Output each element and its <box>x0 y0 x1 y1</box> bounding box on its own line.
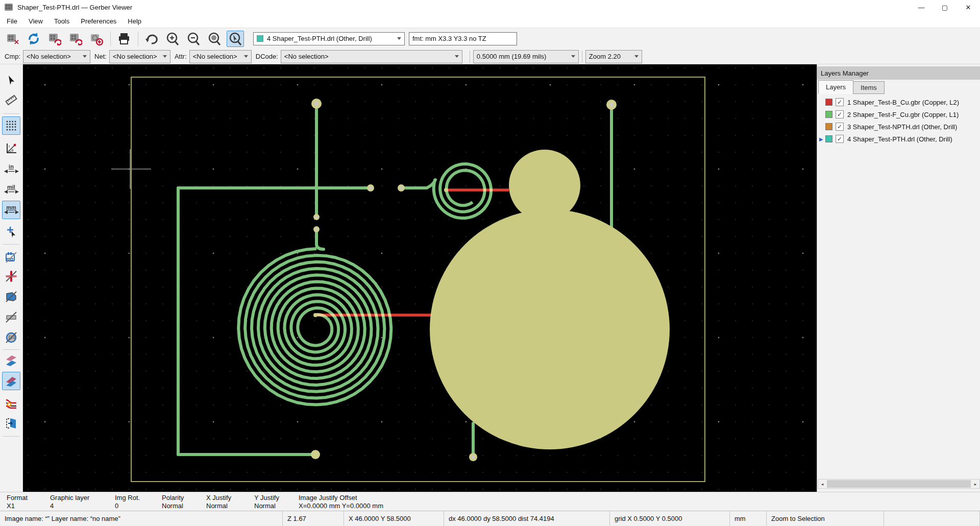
menu-preferences[interactable]: Preferences <box>75 14 122 28</box>
gerber-canvas[interactable] <box>23 64 817 492</box>
layer-color-swatch[interactable] <box>825 111 832 118</box>
grid-dot <box>769 270 770 271</box>
layer-row[interactable]: ▶✓4 Shaper_Test-PTH.drl (Other, Drill) <box>817 133 980 145</box>
layer-color-swatch[interactable] <box>825 123 832 130</box>
layers-raw-mode-button[interactable] <box>2 351 20 370</box>
grid-dot <box>701 185 702 186</box>
grid-dot <box>78 169 79 170</box>
grid-dot <box>735 219 736 220</box>
grid-dot <box>668 236 669 237</box>
units-mils-button[interactable]: mil◄—► <box>2 180 20 199</box>
zoom-to-selection-button[interactable] <box>227 31 244 47</box>
open-zip-archive-button[interactable] <box>88 31 105 47</box>
grid-dot <box>364 455 365 456</box>
grid-dot <box>550 67 551 68</box>
grid-dot <box>802 118 803 119</box>
scrollbar-thumb[interactable] <box>827 480 971 488</box>
layers-horizontal-scrollbar[interactable]: ◂ ▸ <box>818 479 980 489</box>
grid-dot <box>432 219 433 220</box>
grid-dot <box>752 320 753 321</box>
zoom-level-combo[interactable]: Zoom 2.20 <box>585 50 642 63</box>
grid-dot <box>583 455 584 456</box>
layer-row[interactable]: ✓3 Shaper_Test-NPTH.drl (Other, Drill) <box>817 121 980 133</box>
grid-dot <box>314 253 315 254</box>
toggle-layers-manager-button[interactable] <box>2 414 20 433</box>
net-filter-combo[interactable]: <No selection> <box>109 50 170 63</box>
layer-visibility-checkbox[interactable]: ✓ <box>836 123 844 131</box>
grid-dot <box>449 455 450 456</box>
grid-dot <box>752 404 753 405</box>
scroll-left-icon[interactable]: ◂ <box>818 480 826 488</box>
zoom-in-button[interactable] <box>164 31 181 47</box>
layers-stacked-mode-button[interactable] <box>2 372 20 390</box>
grid-dot <box>179 135 180 136</box>
menu-view[interactable]: View <box>23 14 48 28</box>
cursor-shape-button[interactable] <box>2 223 20 241</box>
grid-dot <box>533 489 534 490</box>
grid-dot <box>78 118 79 119</box>
tab-items[interactable]: Items <box>853 81 885 94</box>
menu-file[interactable]: File <box>1 14 23 28</box>
grid-dot <box>718 489 719 490</box>
sketch-lines-button[interactable] <box>2 308 20 326</box>
layer-visibility-checkbox[interactable]: ✓ <box>836 110 844 118</box>
grid-dot <box>802 320 803 321</box>
grid-dot <box>331 286 332 288</box>
scroll-right-icon[interactable]: ▸ <box>971 480 979 488</box>
grid-dot <box>280 489 281 490</box>
layer-visibility-checkbox[interactable]: ✓ <box>836 135 844 143</box>
grid-dot <box>617 219 618 220</box>
units-inches-button[interactable]: in◄—► <box>2 160 20 178</box>
menu-help[interactable]: Help <box>122 14 147 28</box>
toggle-grid-button[interactable] <box>2 116 20 135</box>
show-dcodes-button[interactable]: D4 <box>2 328 20 347</box>
select-tool-button[interactable] <box>2 71 20 90</box>
cmp-filter-combo[interactable]: <No selection> <box>23 50 90 63</box>
layer-visibility-checkbox[interactable]: ✓ <box>836 98 844 106</box>
grid-dot <box>280 270 281 271</box>
attr-filter-combo[interactable]: <No selection> <box>189 50 252 63</box>
grid-dot <box>617 135 618 136</box>
layer-color-swatch[interactable] <box>825 99 832 106</box>
redraw-view-button[interactable] <box>143 31 160 47</box>
maximize-button[interactable]: ▢ <box>933 0 957 14</box>
grid-dot <box>263 489 264 490</box>
format-info-field[interactable] <box>409 32 517 45</box>
sketch-polygons-button[interactable] <box>2 288 20 306</box>
minimize-button[interactable]: — <box>910 0 933 14</box>
tab-layers[interactable]: Layers <box>818 80 853 94</box>
sketch-footprints-button[interactable] <box>2 248 20 267</box>
zoom-out-button[interactable] <box>185 31 202 47</box>
sketch-flashed-items-button[interactable] <box>2 267 20 285</box>
grid-dot <box>567 152 568 153</box>
grid-dot <box>499 84 500 85</box>
grid-size-combo[interactable]: 0.5000 mm (19.69 mils) <box>473 50 579 63</box>
grid-dot <box>802 354 803 355</box>
grid-dot <box>162 455 163 456</box>
dcode-filter-combo[interactable]: <No selection> <box>281 50 462 63</box>
layer-color-swatch[interactable] <box>825 135 832 142</box>
clear-all-layers-button[interactable]: ✕ <box>4 31 21 47</box>
units-mm-button[interactable]: mm◄—► <box>2 201 20 219</box>
grid-dot <box>213 421 214 422</box>
open-drill-file-button[interactable] <box>67 31 84 47</box>
active-layer-combo[interactable]: 4 Shaper_Test-PTH.drl (Other, Drill) <box>253 32 405 45</box>
status-cell: X 46.0000 Y 58.5000 <box>344 511 444 526</box>
open-gerber-file-button[interactable] <box>46 31 63 47</box>
polar-coordinates-button[interactable]: rθ <box>2 139 20 158</box>
layers-transparency-mode-button[interactable] <box>2 394 20 412</box>
layer-row[interactable]: ✓2 Shaper_Test-F_Cu.gbr (Copper, L1) <box>817 108 980 121</box>
grid-dot <box>213 489 214 490</box>
print-button[interactable] <box>115 31 133 47</box>
menu-tools[interactable]: Tools <box>48 14 75 28</box>
grid-dot <box>348 67 349 68</box>
measure-tool-button[interactable] <box>2 91 20 109</box>
close-button[interactable]: ✕ <box>957 0 980 14</box>
reload-all-layers-button[interactable] <box>25 31 42 47</box>
gerber-drawing[interactable] <box>23 64 817 492</box>
zoom-fit-button[interactable] <box>206 31 223 47</box>
layer-row[interactable]: ✓1 Shaper_Test-B_Cu.gbr (Copper, L2) <box>817 96 980 108</box>
svg-text:r: r <box>9 144 10 149</box>
layer-label: 2 Shaper_Test-F_Cu.gbr (Copper, L1) <box>847 111 959 118</box>
grid-dot <box>280 236 281 237</box>
